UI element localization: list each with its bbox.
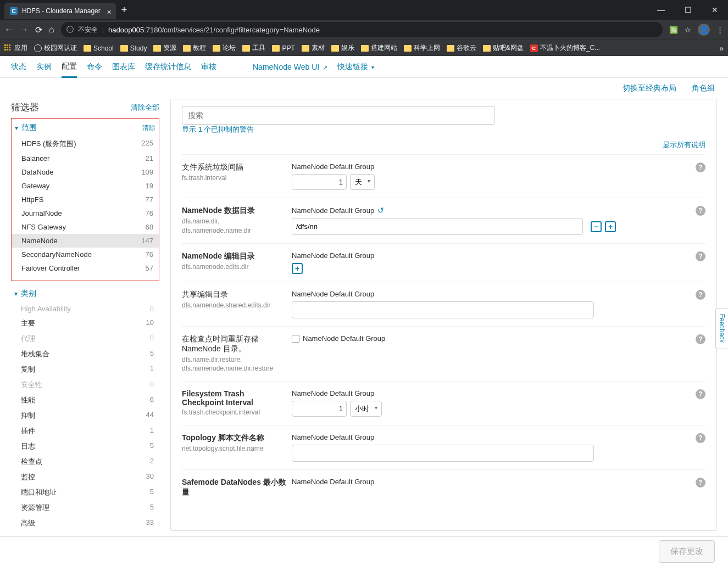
bookmark-folder[interactable]: 教程	[183, 43, 206, 53]
tab-audit[interactable]: 审核	[201, 62, 216, 72]
bookmark-folder[interactable]: Study	[120, 44, 147, 52]
bookmark-overflow[interactable]: »	[719, 44, 724, 53]
help-icon[interactable]: ?	[696, 389, 705, 399]
translate-icon[interactable]: 🈯	[669, 26, 678, 34]
scope-item[interactable]: HDFS (服务范围)225	[12, 136, 159, 152]
minimize-button[interactable]: —	[652, 3, 670, 16]
category-item[interactable]: 堆栈集合5	[11, 346, 159, 362]
add-entry-button[interactable]: +	[605, 221, 616, 232]
bookmark-folder[interactable]: School	[84, 44, 114, 52]
reload-button[interactable]: ⟳	[35, 25, 42, 35]
namenode-web-ui-link[interactable]: NameNode Web UI ↗	[253, 63, 327, 71]
data-dir-input[interactable]	[292, 218, 583, 235]
bookmark-folder[interactable]: 资源	[153, 43, 176, 53]
category-item[interactable]: 安全性0	[11, 377, 159, 393]
scope-section-toggle[interactable]: ▾ 范围 清除	[12, 120, 159, 136]
bookmark-folder[interactable]: 贴吧&网盘	[483, 43, 524, 53]
bookmark-folder[interactable]: 谷歌云	[447, 43, 476, 53]
info-icon[interactable]: ⓘ	[66, 25, 74, 35]
category-item[interactable]: 复制1	[11, 362, 159, 377]
feedback-tab[interactable]: Feedback	[715, 308, 728, 349]
quick-links-dropdown[interactable]: 快速链接 ▾	[337, 62, 374, 72]
category-item[interactable]: 检查点2	[11, 454, 159, 469]
checkpoint-unit-select[interactable]: 小时	[350, 401, 382, 417]
tab-status[interactable]: 状态	[11, 62, 26, 72]
scope-item[interactable]: SecondaryNameNode76	[12, 248, 159, 261]
bookmark-folder[interactable]: 娱乐	[331, 43, 354, 53]
bookmark-star-icon[interactable]: ☆	[685, 26, 691, 34]
scope-item[interactable]: Failover Controller57	[12, 261, 159, 275]
category-item[interactable]: 资源管理5	[11, 500, 159, 515]
save-changes-button[interactable]: 保存更改	[659, 540, 715, 563]
trash-interval-input[interactable]	[292, 174, 347, 190]
bookmark-folder[interactable]: 素材	[302, 43, 325, 53]
checkpoint-interval-input[interactable]	[292, 401, 347, 417]
category-section-toggle[interactable]: ▾ 类别	[11, 285, 159, 302]
browser-tab[interactable]: C HDFS - Cloudera Manager ×	[4, 3, 116, 19]
home-button[interactable]: ⌂	[49, 25, 54, 35]
help-icon[interactable]: ?	[696, 206, 705, 216]
scope-item[interactable]: Balancer21	[12, 152, 159, 165]
close-tab-icon[interactable]: ×	[107, 8, 112, 16]
scope-item[interactable]: DataNode109	[12, 165, 159, 179]
bookmark-folder[interactable]: PPT	[272, 44, 294, 52]
trash-unit-select[interactable]: 天	[350, 174, 375, 190]
help-icon[interactable]: ?	[696, 162, 705, 172]
tab-instances[interactable]: 实例	[36, 62, 52, 72]
back-button[interactable]: ←	[4, 25, 13, 35]
tab-cache-stats[interactable]: 缓存统计信息	[145, 62, 191, 72]
bookmark-folder[interactable]: 工具	[242, 43, 265, 53]
scope-item[interactable]: JournalNode76	[12, 206, 159, 220]
category-item[interactable]: 日志5	[11, 439, 159, 454]
help-icon[interactable]: ?	[696, 334, 705, 344]
bookmark-site[interactable]: C不温卜火的博客_C...	[530, 43, 600, 53]
restore-checkbox[interactable]	[292, 335, 299, 343]
apps-button[interactable]: 应用	[4, 43, 27, 53]
help-icon[interactable]: ?	[696, 478, 705, 487]
category-item[interactable]: 端口和地址5	[11, 485, 159, 500]
category-item[interactable]: 代理0	[11, 331, 159, 346]
category-item[interactable]: 抑制44	[11, 408, 159, 423]
category-item[interactable]: High Availability0	[11, 302, 159, 316]
new-tab-button[interactable]: +	[121, 4, 127, 16]
shared-edits-input[interactable]	[292, 301, 594, 318]
add-entry-button[interactable]: +	[292, 263, 303, 274]
scope-item[interactable]: Gateway19	[12, 179, 159, 193]
remove-entry-button[interactable]: −	[591, 221, 602, 232]
maximize-button[interactable]: ☐	[679, 3, 697, 16]
close-window-button[interactable]: ✕	[706, 3, 724, 16]
bookmark-folder[interactable]: 科学上网	[404, 43, 440, 53]
suppressed-warnings-link[interactable]: 1 个已抑制的警告	[198, 125, 254, 133]
category-item[interactable]: 性能6	[11, 393, 159, 408]
category-label: 类别	[21, 289, 156, 299]
config-search-input[interactable]	[182, 106, 495, 125]
restore-checkbox-label[interactable]: NameNode Default Group	[292, 334, 385, 343]
profile-avatar[interactable]: 👤	[698, 24, 710, 36]
bookmark-campus[interactable]: 校园网认证	[34, 43, 77, 53]
scope-item-namenode[interactable]: NameNode147	[12, 234, 159, 248]
category-item[interactable]: 插件1	[11, 423, 159, 439]
bookmark-folder[interactable]: 论坛	[213, 43, 236, 53]
revert-icon[interactable]: ↺	[377, 206, 384, 215]
switch-classic-link[interactable]: 切换至经典布局	[623, 83, 676, 92]
show-all-descriptions-link[interactable]: 显示所有说明	[663, 141, 705, 149]
help-icon[interactable]: ?	[696, 251, 705, 261]
tab-charts[interactable]: 图表库	[112, 62, 135, 72]
topology-script-input[interactable]	[292, 445, 594, 462]
tab-commands[interactable]: 命令	[87, 62, 102, 72]
browser-menu-icon[interactable]: ⋮	[716, 26, 724, 34]
clear-all-link[interactable]: 清除全部	[131, 103, 159, 113]
category-item[interactable]: 监控30	[11, 469, 159, 485]
scope-item[interactable]: NFS Gateway68	[12, 220, 159, 234]
category-item[interactable]: 高级33	[11, 515, 159, 531]
category-item[interactable]: 主要10	[11, 316, 159, 331]
bookmark-folder[interactable]: 搭建网站	[361, 43, 397, 53]
help-icon[interactable]: ?	[696, 433, 705, 443]
scope-item[interactable]: HttpFS77	[12, 193, 159, 206]
address-bar[interactable]: ⓘ 不安全 | hadoop005:7180/cmf/services/21/c…	[61, 22, 663, 37]
tab-config[interactable]: 配置	[62, 61, 77, 78]
role-groups-link[interactable]: 角色组	[692, 83, 715, 92]
help-icon[interactable]: ?	[696, 290, 705, 300]
config-title: Safemode DataNodes 最小数量	[182, 478, 286, 497]
scope-clear-link[interactable]: 清除	[142, 124, 155, 133]
